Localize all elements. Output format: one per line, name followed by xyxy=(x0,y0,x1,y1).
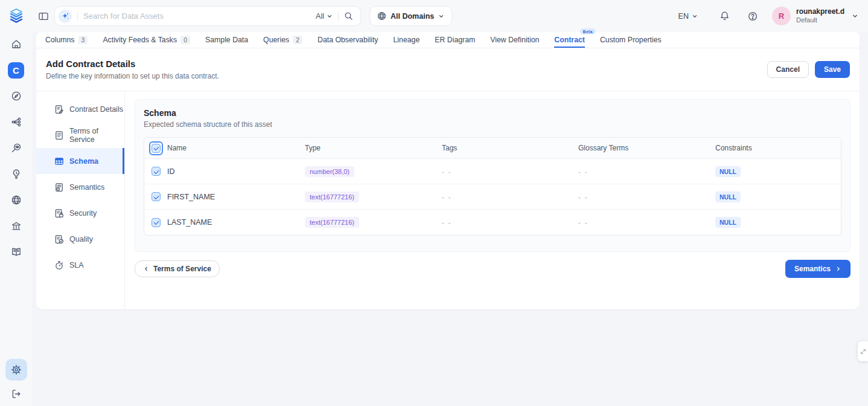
doc-check-icon xyxy=(54,234,64,244)
notifications-button[interactable] xyxy=(720,11,730,21)
question-circle-icon xyxy=(748,11,758,21)
contract-section-nav: Contract Details Terms of Service Schema… xyxy=(36,91,125,309)
search-icon[interactable] xyxy=(344,11,353,21)
column-name-value: LAST_NAME xyxy=(167,218,305,227)
tab-label: Queries xyxy=(263,36,289,44)
language-dropdown[interactable]: EN xyxy=(678,12,698,21)
chevron-down-icon xyxy=(327,13,333,19)
search-scope-dropdown[interactable]: All xyxy=(316,12,333,21)
next-button[interactable]: Semantics xyxy=(785,260,850,278)
page-subtitle: Define the key information to set up thi… xyxy=(46,72,219,80)
contract-nav-item[interactable]: Contract Details xyxy=(36,96,124,122)
chevron-down-icon xyxy=(438,13,444,19)
select-all-checkbox[interactable] xyxy=(149,141,163,155)
search-input[interactable] xyxy=(83,11,316,21)
row-checkbox[interactable] xyxy=(152,218,161,227)
divider xyxy=(338,11,339,21)
user-menu-chevron-icon[interactable] xyxy=(852,13,858,19)
sidebar-item-ideas[interactable] xyxy=(7,165,25,183)
checkbox-icon xyxy=(152,144,161,153)
sidebar-item-domains[interactable] xyxy=(7,191,25,209)
tab-label: Sample Data xyxy=(205,36,248,44)
row-checkbox[interactable] xyxy=(152,167,161,176)
contract-nav-item[interactable]: Semantics xyxy=(36,174,124,200)
tab-label: Data Observability xyxy=(318,36,378,44)
sidebar-item-assets[interactable]: C xyxy=(7,61,25,79)
back-button[interactable]: Terms of Service xyxy=(135,260,220,277)
tab[interactable]: Columns 3 xyxy=(45,32,88,48)
contract-nav-label: Contract Details xyxy=(69,105,123,114)
lightbulb-icon xyxy=(11,169,22,179)
sidebar-item-governance[interactable] xyxy=(7,217,25,235)
sidebar-item-home[interactable] xyxy=(7,35,25,53)
asset-detail-card: Columns 3 Activity Feeds & Tasks 0 Sampl… xyxy=(36,32,860,309)
help-button[interactable] xyxy=(748,11,758,21)
sidebar-item-discover[interactable] xyxy=(7,87,25,105)
atlan-logo-icon xyxy=(7,8,25,24)
diagonal-expand-icon xyxy=(860,348,867,355)
tab[interactable]: Contract Beta xyxy=(554,32,585,48)
contract-nav-item[interactable]: Security xyxy=(36,200,124,226)
tab[interactable]: Data Observability xyxy=(318,32,378,48)
asset-tabs: Columns 3 Activity Feeds & Tasks 0 Sampl… xyxy=(36,32,860,48)
tab[interactable]: Lineage xyxy=(393,32,420,48)
contract-nav-item[interactable]: Schema xyxy=(36,148,124,174)
cancel-button[interactable]: Cancel xyxy=(767,61,809,78)
user-avatar[interactable]: R xyxy=(772,7,791,25)
schema-panel: Schema Expected schema structure of this… xyxy=(135,99,850,252)
contract-nav-item[interactable]: Terms of Service xyxy=(36,122,124,148)
constraint-pill: NULL xyxy=(715,217,741,228)
row-checkbox[interactable] xyxy=(152,192,161,201)
tab-label: Lineage xyxy=(393,36,420,44)
tab-label: Custom Properties xyxy=(600,36,662,44)
tab[interactable]: View Definition xyxy=(490,32,539,48)
bank-icon xyxy=(11,221,22,231)
tab[interactable]: Queries 2 xyxy=(263,32,302,48)
column-header-glossary-terms: Glossary Terms xyxy=(578,144,715,152)
sidebar-item-glossary[interactable] xyxy=(7,243,25,261)
domains-dropdown[interactable]: All Domains xyxy=(369,6,452,26)
tab[interactable]: Sample Data xyxy=(205,32,248,48)
type-pill: number(38,0) xyxy=(305,166,354,177)
stopwatch-icon xyxy=(54,260,64,270)
chevron-right-icon xyxy=(835,266,841,272)
chevron-down-icon xyxy=(692,13,698,19)
globe-icon xyxy=(377,11,386,21)
sidebar-item-lineage[interactable] xyxy=(7,113,25,131)
tab-label: View Definition xyxy=(490,36,539,44)
page-title: Add Contract Details xyxy=(46,59,219,69)
global-search-bar[interactable]: All xyxy=(54,6,361,26)
constraint-pill: NULL xyxy=(715,166,741,177)
contract-header: Add Contract Details Define the key info… xyxy=(36,48,860,91)
contract-nav-item[interactable]: SLA xyxy=(36,252,124,278)
save-button[interactable]: Save xyxy=(815,61,850,78)
tab[interactable]: Custom Properties xyxy=(600,32,662,48)
tags-value: - - xyxy=(442,168,578,175)
panel-toggle-button[interactable] xyxy=(38,11,49,22)
bell-icon xyxy=(720,11,730,21)
network-graph-icon xyxy=(11,117,22,127)
search-scope-label: All xyxy=(316,12,324,21)
type-pill: text(16777216) xyxy=(305,217,359,228)
glossary-terms-value: - - xyxy=(578,168,715,175)
doc-edit-icon xyxy=(54,105,64,114)
contract-nav-label: Security xyxy=(69,209,97,218)
sidebar-item-insights[interactable] xyxy=(7,139,25,157)
schema-table: Name Type Tags Glossary Terms Constraint… xyxy=(144,137,841,236)
open-book-icon xyxy=(11,246,22,257)
tags-value: - - xyxy=(442,193,578,201)
settings-button[interactable] xyxy=(5,359,27,381)
tab[interactable]: ER Diagram xyxy=(435,32,475,48)
tab[interactable]: Activity Feeds & Tasks 0 xyxy=(103,32,190,48)
logout-button[interactable] xyxy=(11,388,22,401)
resize-handle[interactable] xyxy=(858,341,868,361)
contract-nav-item[interactable]: Quality xyxy=(36,226,124,252)
tab-count-badge: 2 xyxy=(293,36,302,45)
avatar-initial: R xyxy=(779,11,784,21)
doc-circle-icon xyxy=(54,182,64,192)
table-grid-icon xyxy=(54,156,64,166)
tab-count-badge: 0 xyxy=(180,36,190,45)
top-header: All All Domains EN R rounakpreet.d Defau… xyxy=(32,0,868,32)
globe-icon xyxy=(11,195,22,205)
user-workspace: Default xyxy=(796,16,844,25)
